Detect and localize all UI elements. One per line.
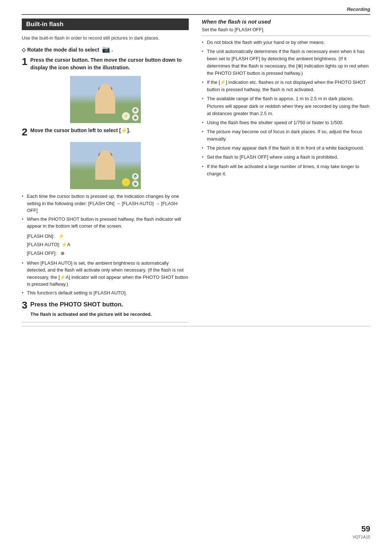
step-2-bold: Move the cursor button left to select [⚡… [30,127,130,133]
cam-figure-1 [95,86,115,114]
right-bullet-7: The picture may appear dark if the flash… [202,144,370,152]
step-2: 2 Move the cursor button left to select … [22,127,189,138]
step-2-text: Move the cursor button left to select [⚡… [30,127,189,134]
cam-overlay-icons-1: ⏱ ◎ [132,107,139,121]
top-rule [22,14,370,15]
top-bar: Recording [0,0,392,12]
main-content: Built-in flash SD Use the built-in flash… [0,19,392,322]
cam-mode-icon-1: ◎ [132,114,139,121]
rotate-line: ◇ Rotate the mode dial to select 📷 . [22,45,189,53]
rotate-bold: Rotate the mode dial to select [27,47,99,53]
rotate-text: ◇ Rotate the mode dial to select 📷 . [22,45,113,53]
step-1-text: Press the cursor button. Then move the c… [30,56,189,72]
step-3-number: 3 [22,300,28,311]
model-number: VQT1A15 [353,535,370,539]
left-bullet-list-2: When [FLASH AUTO] is set, the ambient br… [22,260,189,297]
left-bullet-4: This function's default setting is [FLAS… [22,289,189,297]
right-bullet-1: Do not block the flash with your hand or… [202,39,370,46]
cam-overlay-icons-2: ⏱ ◎ [132,173,139,187]
page-footer: 59 VQT1A15 [353,524,370,539]
cam-figure-2 [95,152,115,180]
step-3-body: The flash is activated and the picture w… [30,311,189,318]
page: Recording Built-in flash SD Use the buil… [0,0,392,554]
bottom-rule [22,326,370,326]
step-3-text: Press the PHOTO SHOT button. The flash i… [30,300,189,318]
camera-icon: 📷 [102,46,110,53]
right-bullet-2: The unit automatically determines if the… [202,48,370,77]
right-bullet-list: Do not block the flash with your hand or… [202,39,370,178]
right-bullet-3: If the [⚡] indication etc. flashes or is… [202,79,370,93]
cam-flash-icon-2: ⚡ [122,178,130,186]
left-bullet-list: Each time the cursor button is pressed u… [22,193,189,230]
section-bottom-rule [22,322,189,322]
step-1: 1 Press the cursor button. Then move the… [22,56,189,72]
step-3-heading: Press the PHOTO SHOT button. [30,300,189,309]
step-1-number: 1 [22,56,28,68]
cam-timer-icon-2: ⏱ [132,173,139,180]
right-bullet-4: The available range of the flash is appr… [202,95,370,117]
right-rule [202,36,370,36]
cam-photo-2 [70,142,141,189]
right-column: When the flash is not used Set the flash… [202,19,370,322]
right-subtitle: Set the flash to [FLASH OFF]. [202,26,370,33]
page-number: 59 [353,524,370,534]
camera-image-1: ⏱ ◎ ⚡ [70,76,141,123]
right-bullet-9: If the flash will be activated a large n… [202,163,370,178]
section-title: Built-in flash [26,21,64,28]
left-bullet-1: Each time the cursor button is pressed u… [22,193,189,214]
step-3: 3 Press the PHOTO SHOT button. The flash… [22,300,189,318]
right-bullet-6: The picture may become out of focus in d… [202,128,370,143]
right-bullet-5: Using the flash fixes the shutter speed … [202,119,370,126]
camera-image-2-container: ⏱ ◎ ⚡ [22,142,189,189]
cam-photo-1 [70,76,141,123]
right-bullet-8: Set the flash to [FLASH OFF] where using… [202,154,370,161]
left-column: Built-in flash SD Use the built-in flash… [22,19,189,322]
cam-timer-icon-1: ⏱ [132,107,139,114]
camera-image-2: ⏱ ◎ ⚡ [70,142,141,189]
cam-mode-icon-2: ◎ [132,180,139,187]
right-section-title: When the flash is not used [202,19,370,25]
step-2-number: 2 [22,127,28,138]
recording-label: Recording [347,7,370,12]
flash-modes: [FLASH ON]: ⚡ [FLASH AUTO]: ⚡A [FLASH OF… [27,232,189,257]
left-bullet-3: When [FLASH AUTO] is set, the ambient br… [22,260,189,288]
cam-flash-icon-1: ⚡ [122,112,130,120]
sd-badge: SD [176,22,184,28]
left-bullet-2: When the PHOTO SHOT button is pressed ha… [22,216,189,230]
section-heading: Built-in flash SD [22,19,189,30]
camera-image-1-container: ⏱ ◎ ⚡ [22,76,189,123]
step-1-bold: Press the cursor button. Then move the c… [30,57,182,70]
intro-text: Use the built-in flash in order to recor… [22,34,189,42]
